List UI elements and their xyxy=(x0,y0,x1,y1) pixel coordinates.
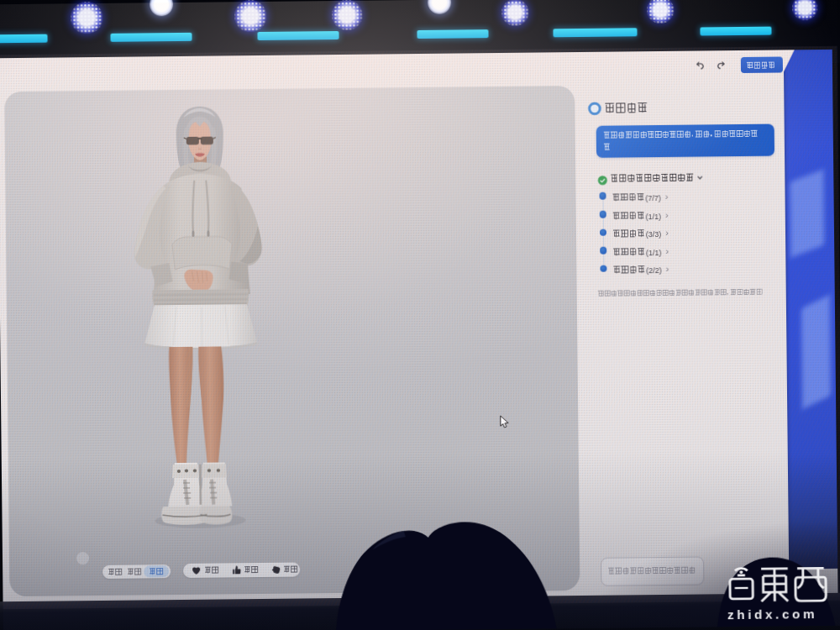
svg-text:zhidx.com: zhidx.com xyxy=(727,606,817,622)
